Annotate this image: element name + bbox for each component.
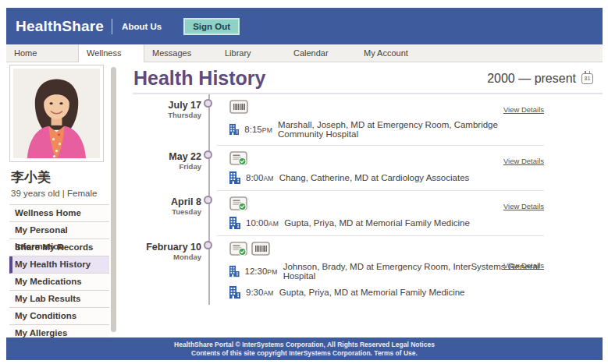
building-icon — [229, 171, 240, 184]
view-details-link[interactable]: View Details — [503, 105, 544, 114]
sidebar-item-personal-info[interactable]: My Personal Information — [9, 222, 109, 239]
footer-terms-line: Contents of this site copyright InterSys… — [191, 349, 418, 357]
timeline-node — [204, 150, 212, 159]
timeline-entry: April 8 Tuesday 10:00AM Gupta, Priya — [133, 191, 544, 236]
building-icon — [229, 265, 240, 277]
timeline-node — [204, 241, 212, 249]
patient-photo — [9, 65, 104, 162]
tab-messages[interactable]: Messages — [144, 44, 217, 62]
visit-description: Gupta, Priya, MD at Memorial Family Medi… — [279, 288, 465, 297]
building-icon — [229, 286, 240, 299]
visit-time: 9:30 — [246, 288, 263, 297]
header-divider — [112, 19, 112, 34]
patient-photo-image — [13, 69, 100, 158]
tab-my-account[interactable]: My Account — [356, 44, 442, 62]
entry-date: May 22 — [133, 151, 201, 162]
view-details-link[interactable]: View Details — [503, 157, 544, 165]
view-details-link[interactable]: View Details — [503, 202, 544, 210]
entry-date: February 10 — [133, 242, 201, 253]
main-nav-tabs: Home Wellness Messages Library Calendar … — [6, 44, 603, 62]
visit-meridiem: AM — [268, 220, 279, 228]
timeline-entry: February 10 Monday 12:30PM — [133, 236, 544, 305]
sidebar-item-lab-results[interactable]: My Lab Results — [9, 291, 109, 308]
entry-day: Thursday — [133, 111, 201, 120]
timeline-entry: May 22 Friday 8:00AM Chang, Catherin — [133, 146, 544, 191]
sidebar-item-conditions[interactable]: My Conditions — [9, 308, 109, 325]
sidebar-menu: Wellness Home My Personal Information Sh… — [9, 204, 109, 337]
health-history-timeline: July 17 Thursday 8:15PM Marshall, Jo — [133, 94, 544, 305]
visit-time: 8:00 — [246, 173, 263, 182]
document-check-icon[interactable] — [229, 242, 247, 256]
entry-day: Monday — [133, 253, 201, 262]
health-history-panel: Health History 2000 — present 31 July 17… — [125, 62, 603, 337]
sidebar-item-allergies[interactable]: My Allergies — [9, 325, 109, 337]
entry-day: Friday — [133, 162, 201, 171]
visit-row: 8:15PM Marshall, Joseph, MD at Emergency… — [229, 120, 544, 139]
document-check-icon[interactable] — [229, 196, 247, 210]
app-footer: HealthShare Portal © InterSystems Corpor… — [6, 337, 603, 360]
entry-date: July 17 — [133, 100, 201, 111]
calendar-icon[interactable]: 31 — [581, 73, 593, 84]
visit-description: Marshall, Joseph, MD at Emergency Room, … — [278, 120, 544, 139]
page-title: Health History — [133, 67, 265, 90]
about-us-link[interactable]: About Us — [122, 22, 162, 31]
entry-day: Tuesday — [133, 207, 201, 217]
visit-meridiem: PM — [267, 268, 277, 276]
building-icon — [229, 123, 239, 136]
tab-calendar[interactable]: Calendar — [286, 44, 356, 62]
patient-meta: 39 years old | Female — [11, 189, 125, 198]
tab-wellness[interactable]: Wellness — [78, 44, 144, 62]
healthshare-portal: HealthShare About Us Sign Out Home Welln… — [0, 0, 608, 364]
visit-row: 8:00AM Chang, Catherine, MD at Cardiolog… — [229, 171, 544, 184]
timeline-node — [204, 196, 212, 204]
visit-row: 12:30PM Johnson, Brady, MD at Emergency … — [229, 262, 544, 281]
visit-meridiem: AM — [263, 289, 273, 297]
patient-sidebar: 李小美 39 years old | Female Wellness Home … — [6, 62, 125, 337]
sidebar-item-share-records[interactable]: Share My Records — [9, 239, 109, 256]
visit-time: 12:30 — [245, 267, 268, 276]
sidebar-item-health-history[interactable]: My Health History — [9, 256, 109, 274]
building-icon — [229, 217, 240, 229]
entry-date: April 8 — [133, 196, 201, 207]
footer-copyright-line: HealthShare Portal © InterSystems Corpor… — [174, 341, 435, 348]
visit-meridiem: AM — [263, 175, 273, 182]
tab-home[interactable]: Home — [6, 44, 78, 62]
visit-meridiem: PM — [262, 126, 272, 134]
sidebar-item-medications[interactable]: My Medications — [9, 274, 109, 291]
visit-row: 10:00AM Gupta, Priya, MD at Memorial Fam… — [229, 217, 544, 229]
visit-description: Chang, Catherine, MD at Cardiology Assoc… — [279, 173, 470, 182]
date-range: 2000 — present — [487, 72, 576, 86]
document-check-icon[interactable] — [229, 151, 247, 165]
timeline-node — [204, 99, 212, 108]
barcode-icon[interactable] — [251, 242, 270, 256]
tab-library[interactable]: Library — [217, 44, 286, 62]
app-header: HealthShare About Us Sign Out — [6, 8, 603, 44]
sidebar-item-wellness-home[interactable]: Wellness Home — [9, 205, 109, 222]
timeline-entry: July 17 Thursday 8:15PM Marshall, Jo — [133, 94, 544, 146]
visit-time: 8:15 — [244, 125, 261, 134]
visit-description: Gupta, Priya, MD at Memorial Family Medi… — [284, 218, 470, 228]
visit-row: 9:30AM Gupta, Priya, MD at Memorial Fami… — [229, 286, 544, 299]
visit-time: 10:00 — [246, 218, 268, 228]
brand-logo: HealthShare — [16, 18, 104, 35]
patient-name: 李小美 — [11, 168, 125, 186]
sign-out-button[interactable]: Sign Out — [183, 18, 240, 35]
sidebar-scrollbar[interactable] — [111, 67, 116, 332]
view-details-link[interactable]: View Details — [503, 261, 544, 270]
barcode-icon[interactable] — [229, 100, 248, 114]
